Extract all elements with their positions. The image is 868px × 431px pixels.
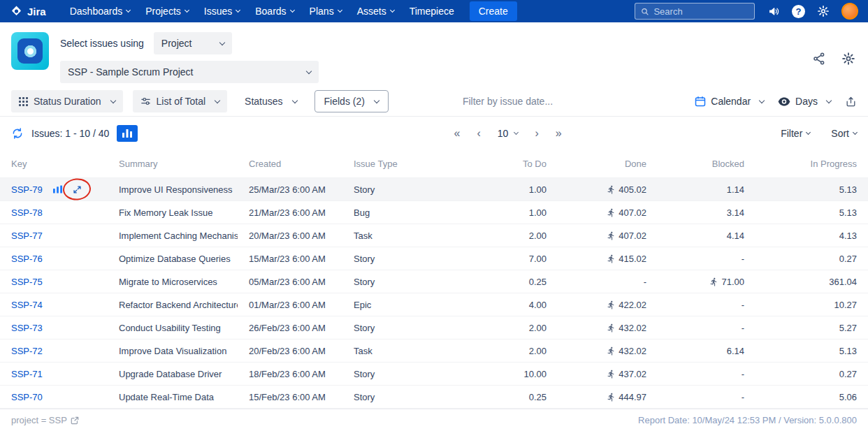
share-icon[interactable] [812, 52, 826, 68]
runner-icon [607, 393, 616, 402]
days-dropdown[interactable]: Days [778, 96, 831, 107]
issue-key-link[interactable]: SSP-70 [11, 392, 43, 402]
fields-dropdown[interactable]: Fields (2) [314, 90, 389, 112]
project-query-link[interactable]: project = SSP [11, 415, 79, 425]
filter-dropdown[interactable]: Filter [781, 128, 810, 139]
to-do-cell-value: 2.00 [529, 231, 547, 241]
top-navigation-bar: Jira Dashboards Projects Issues Boards P… [0, 0, 868, 22]
announcement-icon[interactable] [767, 5, 780, 17]
issue-type-cell-value: Story [354, 254, 375, 264]
nav-timepiece[interactable]: Timepiece [403, 2, 461, 20]
issue-key-link[interactable]: SSP-72 [11, 346, 43, 356]
nav-assets[interactable]: Assets [350, 2, 401, 20]
issue-summary-cell: Fix Memory Leak Issue [108, 207, 238, 218]
jira-logo[interactable]: Jira [10, 5, 46, 18]
external-link-icon [71, 416, 79, 425]
issue-key-link[interactable]: SSP-77 [11, 231, 43, 241]
issue-created-cell: 20/Mar/23 6:00 AM [238, 231, 342, 241]
done-cell-value: 444.97 [619, 392, 646, 402]
column-header-in-progress[interactable]: In Progress [744, 159, 868, 169]
table-row[interactable]: SSP-75Migrate to Microservices05/Mar/23 … [0, 270, 868, 293]
prev-page-icon[interactable]: ‹ [477, 128, 480, 139]
first-page-icon[interactable]: « [454, 128, 461, 139]
nav-boards[interactable]: Boards [248, 2, 301, 20]
status-duration-dropdown[interactable]: Status Duration [11, 90, 123, 112]
sort-dropdown[interactable]: Sort [831, 128, 857, 139]
in-progress-cell: 4.13 [744, 231, 868, 241]
table-row[interactable]: SSP-71Upgrade Database Driver18/Feb/23 6… [0, 363, 868, 386]
table-row[interactable]: SSP-72Improve Data Visualization20/Feb/2… [0, 339, 868, 363]
runner-icon [607, 346, 616, 356]
calendar-dropdown[interactable]: Calendar [695, 96, 764, 107]
issue-key-link[interactable]: SSP-79 [11, 184, 43, 195]
table-row[interactable]: SSP-74Refactor Backend Architecture01/Ma… [0, 293, 868, 316]
nav-issues[interactable]: Issues [197, 2, 247, 20]
export-icon[interactable] [845, 96, 857, 108]
issue-created-cell-value: 01/Mar/23 6:00 AM [249, 300, 326, 310]
in-progress-cell: 5.13 [744, 346, 868, 356]
issue-key-link[interactable]: SSP-78 [11, 207, 43, 218]
table-row[interactable]: SSP-70Update Real-Time Data15/Feb/23 6:0… [0, 386, 868, 409]
refresh-icon[interactable] [11, 127, 24, 140]
next-page-icon[interactable]: › [535, 128, 538, 139]
project-selector-dropdown[interactable]: SSP - Sample Scrum Project [60, 61, 319, 83]
nav-projects[interactable]: Projects [138, 2, 196, 20]
list-of-total-dropdown[interactable]: List of Total [133, 90, 228, 112]
issue-summary-cell: Migrate to Microservices [108, 277, 238, 287]
select-issues-label: Select issues using [60, 38, 144, 49]
issue-created-cell-value: 15/Feb/23 6:00 AM [249, 392, 326, 402]
to-do-cell-value: 0.25 [529, 392, 547, 402]
gear-icon[interactable] [817, 5, 830, 17]
issue-date-filter-input[interactable] [463, 96, 592, 107]
column-header-done[interactable]: Done [547, 159, 646, 169]
done-cell: 422.02 [547, 300, 646, 310]
column-header-key[interactable]: Key [0, 159, 108, 169]
create-button[interactable]: Create [470, 1, 517, 21]
search-input[interactable] [653, 6, 748, 17]
issues-bar-right: Filter Sort [781, 128, 857, 139]
issue-source-dropdown[interactable]: Project [154, 32, 232, 54]
column-header-created[interactable]: Created [238, 159, 342, 169]
done-cell-value: 422.02 [619, 300, 646, 310]
sort-label: Sort [831, 128, 849, 139]
row-expand-button[interactable] [73, 185, 82, 194]
brand-label: Jira [27, 6, 46, 17]
nav-dashboards[interactable]: Dashboards [63, 2, 138, 20]
column-header-to-do[interactable]: To Do [447, 159, 547, 169]
chart-view-button[interactable] [117, 125, 138, 142]
table-row[interactable]: SSP-73Conduct Usability Testing26/Feb/23… [0, 316, 868, 339]
user-avatar[interactable] [841, 3, 858, 20]
global-search[interactable] [635, 3, 755, 20]
app-logo-icon[interactable] [11, 32, 49, 70]
issue-key-link[interactable]: SSP-75 [11, 277, 43, 287]
issue-type-cell-value: Story [354, 277, 375, 287]
issue-key-cell: SSP-72 [0, 346, 108, 356]
nav-dashboards-label: Dashboards [70, 6, 123, 17]
row-chart-button[interactable] [53, 185, 62, 193]
done-cell: - [547, 277, 646, 287]
column-header-summary[interactable]: Summary [108, 159, 238, 169]
table-row[interactable]: SSP-78Fix Memory Leak Issue21/Mar/23 6:0… [0, 201, 868, 224]
column-header-issue-type[interactable]: Issue Type [342, 159, 447, 169]
issue-key-link[interactable]: SSP-73 [11, 323, 43, 333]
nav-plans[interactable]: Plans [303, 2, 349, 20]
issue-created-cell: 15/Mar/23 6:00 AM [238, 254, 342, 264]
issue-summary-cell: Conduct Usability Testing [108, 323, 238, 333]
table-row[interactable]: SSP-76Optimize Database Queries15/Mar/23… [0, 247, 868, 270]
column-header-blocked[interactable]: Blocked [646, 159, 744, 169]
table-row[interactable]: SSP-77Implement Caching Mechanism20/Mar/… [0, 224, 868, 247]
settings-gear-icon[interactable] [841, 52, 855, 68]
last-page-icon[interactable]: » [556, 128, 562, 139]
issue-key-link[interactable]: SSP-74 [11, 300, 43, 310]
statuses-dropdown[interactable]: Statuses [237, 90, 304, 112]
page-size-dropdown[interactable]: 10 [498, 128, 519, 139]
blocked-cell: 4.14 [646, 231, 744, 241]
chevron-down-icon [215, 97, 220, 103]
issue-type-cell-value: Task [354, 346, 372, 356]
issue-key-link[interactable]: SSP-71 [11, 369, 43, 379]
help-icon[interactable]: ? [792, 5, 805, 18]
nav-boards-label: Boards [255, 6, 286, 17]
issue-key-link[interactable]: SSP-76 [11, 254, 43, 264]
table-row[interactable]: SSP-79Improve UI Responsiveness25/Mar/23… [0, 178, 868, 201]
blocked-cell: 1.14 [646, 184, 744, 195]
